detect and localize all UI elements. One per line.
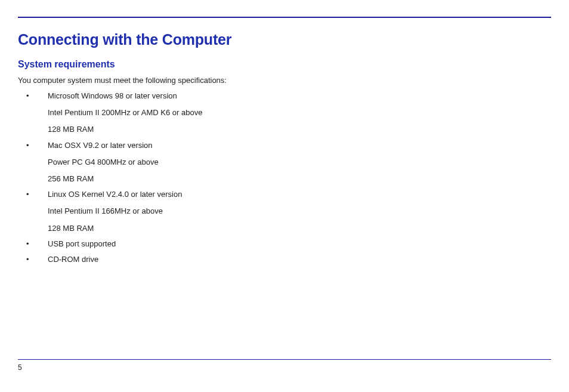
- spec-line: CD-ROM drive: [48, 254, 551, 265]
- spec-line: 128 MB RAM: [48, 124, 551, 135]
- page-title: Connecting with the Computer: [18, 31, 551, 48]
- list-item: Microsoft Windows 98 or later version In…: [18, 91, 551, 135]
- page-number: 5: [18, 363, 551, 372]
- list-item: Mac OSX V9.2 or later version Power PC G…: [18, 140, 551, 185]
- requirements-list: Microsoft Windows 98 or later version In…: [18, 91, 551, 265]
- spec-line: 128 MB RAM: [48, 223, 551, 234]
- top-rule: [18, 17, 551, 18]
- section-intro: You computer system must meet the follow…: [18, 76, 551, 85]
- spec-line: Linux OS Kernel V2.4.0 or later version: [48, 189, 551, 200]
- list-item: CD-ROM drive: [18, 254, 551, 265]
- spec-line: Intel Pentium II 200MHz or AMD K6 or abo…: [48, 107, 551, 118]
- spec-line: 256 MB RAM: [48, 174, 551, 184]
- list-item: Linux OS Kernel V2.4.0 or later version …: [18, 189, 551, 234]
- spec-line: USB port supported: [48, 239, 551, 249]
- spec-line: Mac OSX V9.2 or later version: [48, 140, 551, 151]
- page-footer: 5: [18, 359, 551, 372]
- spec-line: Microsoft Windows 98 or later version: [48, 91, 551, 101]
- bottom-rule: [18, 359, 551, 360]
- section-title: System requirements: [18, 59, 551, 70]
- spec-line: Intel Pentium II 166MHz or above: [48, 206, 551, 217]
- list-item: USB port supported: [18, 239, 551, 249]
- spec-line: Power PC G4 800MHz or above: [48, 157, 551, 168]
